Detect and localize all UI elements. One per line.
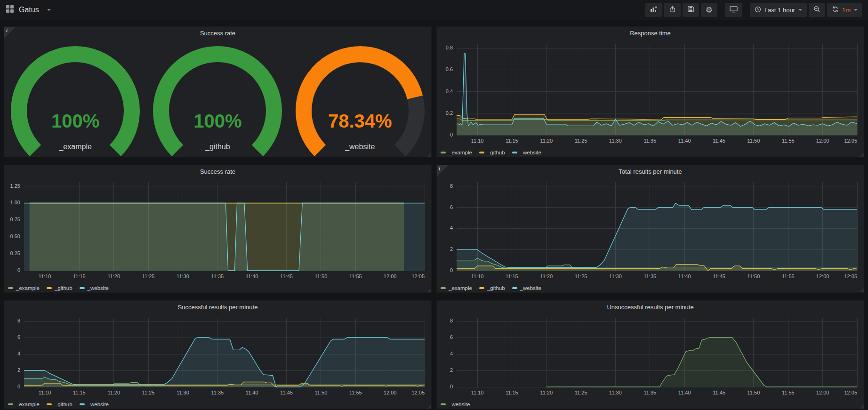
- legend-label: _example: [449, 150, 472, 155]
- x-axis-tick-label: 11:55: [774, 273, 802, 279]
- legend-label: _website: [520, 285, 541, 291]
- info-icon: i: [6, 27, 8, 33]
- panel-title[interactable]: Response time: [437, 27, 864, 40]
- panel-title[interactable]: Success rate: [4, 165, 431, 178]
- y-axis-tick-label: 0.2: [437, 110, 453, 116]
- legend-item[interactable]: _website: [80, 402, 109, 407]
- legend-item[interactable]: _website: [512, 150, 541, 155]
- panel-response-time: Response time 00.20.40.60.811:1011:1511:…: [436, 26, 864, 157]
- y-axis-tick-label: 0.75: [4, 217, 20, 222]
- gauge-group: 100%_example100%_github78.34%_website: [4, 40, 431, 157]
- x-axis-tick-label: 11:10: [463, 273, 491, 279]
- success-rate-chart: 00.250.500.751.001.2511:1011:1511:2011:2…: [4, 178, 431, 292]
- gauge-label: _github: [146, 143, 289, 151]
- x-axis-tick-label: 12:05: [831, 138, 857, 144]
- panel-resize-handle[interactable]: [860, 288, 864, 292]
- x-axis-tick-label: 11:40: [238, 273, 266, 279]
- panel-resize-handle[interactable]: [860, 153, 864, 157]
- legend-label: _website: [520, 150, 541, 155]
- legend-swatch: [479, 287, 484, 289]
- panel-info-corner[interactable]: i: [4, 27, 16, 38]
- _website-series-fill: [547, 338, 857, 387]
- x-axis-tick-label: 12:05: [831, 273, 857, 279]
- legend-item[interactable]: _github: [47, 402, 72, 407]
- y-axis-tick-label: 0: [437, 384, 453, 389]
- gauge-value: 100%: [4, 111, 146, 131]
- x-axis-tick-label: 11:10: [463, 138, 491, 144]
- legend-label: _example: [16, 285, 40, 291]
- panel-resize-handle[interactable]: [427, 288, 431, 292]
- panel-resize-handle[interactable]: [427, 153, 431, 157]
- y-axis-tick-label: 0.50: [4, 233, 20, 239]
- share-icon: [669, 6, 676, 14]
- legend-item[interactable]: _github: [479, 150, 505, 155]
- legend-label: _github: [55, 285, 72, 291]
- x-axis-tick-label: 11:35: [636, 138, 664, 144]
- y-axis-tick-label: 0: [4, 267, 20, 273]
- chart-legend: _example_github_website: [8, 285, 116, 291]
- top-navbar: Gatus: [0, 0, 868, 20]
- panel-title[interactable]: Unsuccessful results per minute: [437, 301, 864, 314]
- refresh-interval-picker[interactable]: 1m: [827, 3, 862, 17]
- gauge-label: _example: [4, 143, 146, 151]
- chevron-down-icon: [47, 9, 51, 11]
- legend-item[interactable]: _example: [8, 402, 40, 407]
- y-axis-tick-label: 6: [4, 334, 20, 340]
- gauge-arc-value: [161, 54, 274, 151]
- y-axis-tick-label: 4: [4, 351, 20, 356]
- panel-resize-handle[interactable]: [427, 404, 431, 409]
- legend-swatch: [80, 287, 85, 289]
- chart-legend: _example_github_website: [441, 285, 548, 291]
- legend-label: _github: [55, 402, 72, 407]
- panel-title[interactable]: Successful results per minute: [4, 301, 431, 314]
- legend-swatch: [441, 403, 446, 405]
- panel-info-corner[interactable]: i: [437, 165, 448, 177]
- legend-item[interactable]: _website: [512, 285, 541, 291]
- y-axis-tick-label: 8: [437, 318, 453, 323]
- panel-title[interactable]: Total results per minute: [437, 165, 864, 178]
- legend-item[interactable]: _website: [80, 285, 109, 291]
- panel-unsuccessful-results: Unsuccessful results per minute 0246811:…: [436, 300, 864, 409]
- _website-series-fill: [457, 203, 857, 271]
- y-axis-tick-label: 2: [437, 246, 453, 252]
- legend-item[interactable]: _github: [479, 285, 505, 291]
- x-axis-tick-label: 11:15: [498, 390, 526, 395]
- x-axis-tick-label: 11:15: [498, 138, 526, 144]
- legend-label: _github: [487, 285, 505, 291]
- y-axis-tick-label: 4: [437, 351, 453, 356]
- legend-item[interactable]: _github: [47, 285, 72, 291]
- time-range-picker[interactable]: Last 1 hour: [750, 3, 807, 17]
- y-axis-tick-label: 2: [437, 367, 453, 373]
- panel-success-rate-timeseries: Success rate 00.250.500.751.001.2511:101…: [4, 165, 432, 293]
- legend-swatch: [8, 403, 13, 405]
- legend-item[interactable]: _example: [441, 150, 472, 155]
- x-axis-tick-label: 11:55: [774, 390, 802, 395]
- legend-label: _example: [16, 402, 40, 407]
- x-axis-tick-label: 11:50: [739, 273, 768, 279]
- zoom-out-button[interactable]: [809, 3, 825, 17]
- y-axis-tick-label: 1.25: [4, 183, 20, 189]
- legend-item[interactable]: _website: [441, 402, 470, 407]
- gauge-label: _website: [289, 143, 431, 151]
- legend-item[interactable]: _example: [441, 285, 472, 291]
- x-axis-tick-label: 12:05: [831, 390, 857, 395]
- chart-legend: _example_github_website: [441, 150, 548, 155]
- cycle-view-mode-button[interactable]: [725, 3, 742, 17]
- y-axis-tick-label: 2: [4, 367, 20, 373]
- legend-item[interactable]: _example: [8, 285, 40, 291]
- info-icon: i: [439, 166, 440, 171]
- dashboard-picker[interactable]: Gatus: [6, 5, 51, 15]
- panel-resize-handle[interactable]: [860, 404, 864, 409]
- dashboard-settings-button[interactable]: ⚙: [701, 3, 717, 17]
- panel-title[interactable]: Success rate: [4, 27, 431, 40]
- add-panel-button[interactable]: [645, 3, 662, 17]
- add-panel-icon: [650, 6, 658, 15]
- x-axis-tick-label: 11:25: [567, 390, 595, 395]
- panel-successful-results: Successful results per minute 0246811:10…: [4, 300, 432, 409]
- save-dashboard-button[interactable]: [683, 3, 699, 17]
- legend-label: _github: [487, 150, 505, 155]
- legend-swatch: [8, 287, 13, 289]
- chart-legend: _example_github_website: [8, 402, 116, 407]
- share-dashboard-button[interactable]: [664, 3, 681, 17]
- x-axis-tick-label: 11:25: [567, 138, 595, 144]
